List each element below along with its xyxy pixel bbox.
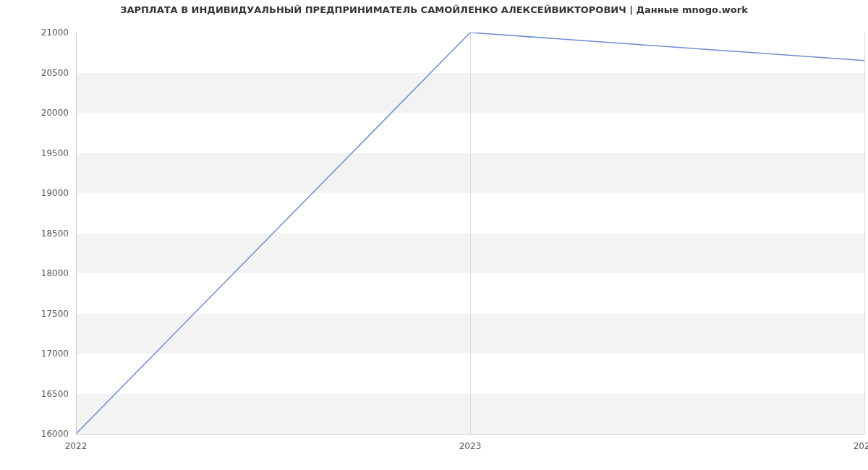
x-tick-label: 2022	[65, 441, 88, 451]
y-tick-label: 16500	[0, 389, 69, 399]
y-tick-label: 17000	[0, 349, 69, 359]
y-tick-label: 20000	[0, 108, 69, 118]
y-tick-label: 21000	[0, 27, 69, 38]
x-gridline	[864, 33, 865, 434]
chart-container: ЗАРПЛАТА В ИНДИВИДУАЛЬНЫЙ ПРЕДПРИНИМАТЕЛ…	[0, 0, 868, 470]
plot-area	[76, 33, 864, 434]
y-tick-label: 16000	[0, 429, 69, 439]
line-series	[76, 33, 864, 434]
data-line	[76, 33, 864, 434]
x-tick-label: 2023	[459, 441, 482, 451]
y-tick-label: 18500	[0, 228, 69, 239]
y-tick-label: 18000	[0, 268, 69, 278]
y-tick-label: 20500	[0, 68, 69, 78]
chart-title: ЗАРПЛАТА В ИНДИВИДУАЛЬНЫЙ ПРЕДПРИНИМАТЕЛ…	[0, 4, 868, 15]
y-tick-label: 19500	[0, 148, 69, 158]
y-tick-label: 19000	[0, 188, 69, 198]
x-axis-line	[76, 434, 864, 435]
y-axis-line	[76, 33, 77, 434]
x-tick-label: 2024	[854, 441, 868, 451]
y-tick-label: 17500	[0, 309, 69, 319]
